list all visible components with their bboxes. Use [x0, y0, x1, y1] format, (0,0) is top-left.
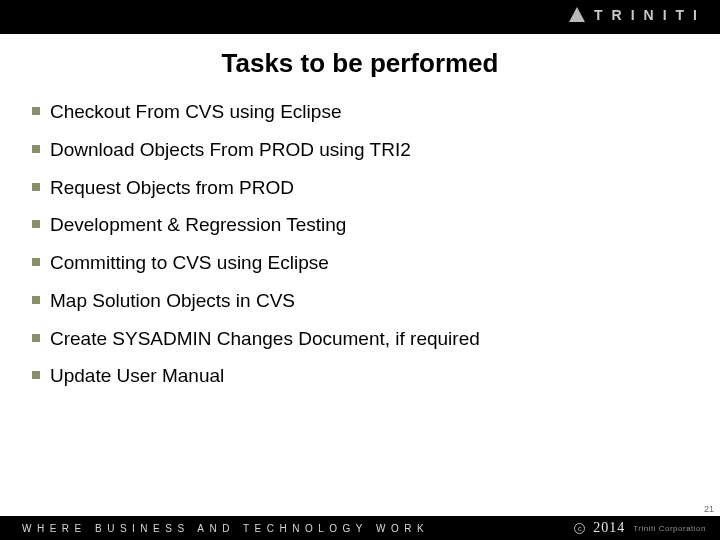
bullet-icon [32, 371, 40, 379]
bullet-icon [32, 183, 40, 191]
list-item: Checkout From CVS using Eclipse [32, 100, 688, 124]
brand-name: TRINITI [594, 7, 706, 23]
footer-tagline: WHERE BUSINESS AND TECHNOLOGY WORK [22, 523, 429, 534]
list-item: Download Objects From PROD using TRI2 [32, 138, 688, 162]
list-item-text: Request Objects from PROD [50, 176, 294, 200]
slide-title: Tasks to be performed [0, 48, 720, 79]
footer-corp: Triniti Corporation [633, 524, 706, 533]
list-item: Create SYSADMIN Changes Document, if req… [32, 327, 688, 351]
list-item-text: Development & Regression Testing [50, 213, 346, 237]
list-item: Development & Regression Testing [32, 213, 688, 237]
list-item-text: Download Objects From PROD using TRI2 [50, 138, 411, 162]
bullet-icon [32, 220, 40, 228]
footer-year: 2014 [593, 520, 625, 536]
footer-bar: WHERE BUSINESS AND TECHNOLOGY WORK c 201… [0, 516, 720, 540]
list-item-text: Create SYSADMIN Changes Document, if req… [50, 327, 480, 351]
list-item: Committing to CVS using Eclipse [32, 251, 688, 275]
list-item-text: Update User Manual [50, 364, 224, 388]
triangle-icon [568, 6, 586, 24]
page-number: 21 [704, 504, 714, 514]
slide: TRINITI Tasks to be performed Checkout F… [0, 0, 720, 540]
list-item: Request Objects from PROD [32, 176, 688, 200]
bullet-icon [32, 107, 40, 115]
list-item-text: Checkout From CVS using Eclipse [50, 100, 341, 124]
copyright-icon: c [574, 523, 585, 534]
footer-right: c 2014 Triniti Corporation [574, 516, 706, 540]
brand: TRINITI [568, 6, 706, 24]
list-item: Update User Manual [32, 364, 688, 388]
list-item-text: Map Solution Objects in CVS [50, 289, 295, 313]
bullet-icon [32, 258, 40, 266]
bullet-icon [32, 145, 40, 153]
svg-marker-0 [569, 7, 585, 22]
list-item-text: Committing to CVS using Eclipse [50, 251, 329, 275]
bullet-icon [32, 296, 40, 304]
task-list: Checkout From CVS using Eclipse Download… [32, 100, 688, 402]
bullet-icon [32, 334, 40, 342]
list-item: Map Solution Objects in CVS [32, 289, 688, 313]
top-bar: TRINITI [0, 0, 720, 34]
